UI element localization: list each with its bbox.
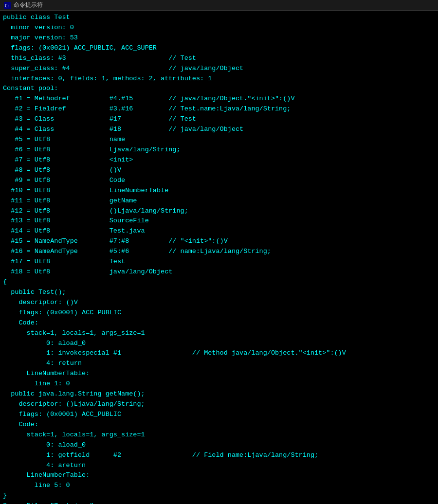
terminal-line: #11 = Utf8 getName: [3, 196, 435, 206]
terminal-line: public Test();: [3, 288, 435, 298]
terminal-line: #8 = Utf8 ()V: [3, 165, 435, 176]
terminal-line: SourceFile: "Test.java": [3, 501, 435, 504]
terminal-line: 0: aload_0: [3, 339, 435, 349]
terminal-line: line 5: 0: [3, 481, 435, 491]
terminal-line: 4: areturn: [3, 461, 435, 471]
terminal-line: #17 = Utf8 Test: [3, 257, 435, 267]
terminal-line: Code:: [3, 318, 435, 328]
cmd-icon: C:: [4, 2, 11, 9]
terminal-line: descriptor: ()V: [3, 298, 435, 308]
terminal-content: public class Test minor version: 0 major…: [0, 11, 438, 504]
terminal-line: 1: invokespecial #1 // Method java/lang/…: [3, 348, 435, 359]
title-bar: C: 命令提示符: [0, 0, 438, 11]
terminal-line: #6 = Utf8 Ljava/lang/String;: [3, 145, 435, 155]
terminal-line: flags: (0x0001) ACC_PUBLIC: [3, 308, 435, 318]
terminal-line: major version: 53: [3, 33, 435, 43]
terminal-line: public class Test: [3, 13, 435, 23]
terminal-line: stack=1, locals=1, args_size=1: [3, 430, 435, 440]
terminal-line: 1: getfield #2 // Field name:Ljava/lang/…: [3, 450, 435, 461]
title-bar-text: 命令提示符: [14, 1, 43, 9]
terminal-line: {: [3, 277, 435, 288]
terminal-line: stack=1, locals=1, args_size=1: [3, 328, 435, 339]
terminal-line: 4: return: [3, 359, 435, 369]
terminal-line: super_class: #4 // java/lang/Object: [3, 64, 435, 74]
terminal-line: flags: (0x0001) ACC_PUBLIC: [3, 410, 435, 420]
svg-text:C:: C:: [5, 3, 10, 8]
terminal-line: }: [3, 491, 435, 501]
terminal-line: public java.lang.String getName();: [3, 389, 435, 399]
terminal-line: #16 = NameAndType #5:#6 // name:Ljava/la…: [3, 247, 435, 257]
terminal-line: #13 = Utf8 SourceFile: [3, 216, 435, 226]
terminal-line: Code:: [3, 420, 435, 430]
terminal-line: #14 = Utf8 Test.java: [3, 226, 435, 236]
terminal-line: LineNumberTable:: [3, 470, 435, 481]
terminal-line: line 1: 0: [3, 379, 435, 389]
terminal-line: #9 = Utf8 Code: [3, 176, 435, 186]
terminal-line: #5 = Utf8 name: [3, 135, 435, 145]
terminal-line: #12 = Utf8 ()Ljava/lang/String;: [3, 206, 435, 216]
terminal-line: #2 = Fieldref #3.#16 // Test.name:Ljava/…: [3, 104, 435, 114]
terminal-line: #15 = NameAndType #7:#8 // "<init>":()V: [3, 236, 435, 247]
terminal-line: interfaces: 0, fields: 1, methods: 2, at…: [3, 74, 435, 84]
terminal-line: flags: (0x0021) ACC_PUBLIC, ACC_SUPER: [3, 43, 435, 54]
terminal-line: 0: aload_0: [3, 440, 435, 450]
terminal-line: #1 = Methodref #4.#15 // java/lang/Objec…: [3, 94, 435, 104]
terminal-line: #10 = Utf8 LineNumberTable: [3, 186, 435, 196]
terminal-line: #4 = Class #18 // java/lang/Object: [3, 125, 435, 135]
terminal-line: #3 = Class #17 // Test: [3, 114, 435, 125]
terminal-line: descriptor: ()Ljava/lang/String;: [3, 399, 435, 410]
terminal-line: this_class: #3 // Test: [3, 54, 435, 64]
terminal-line: minor version: 0: [3, 23, 435, 33]
terminal-line: LineNumberTable:: [3, 369, 435, 379]
terminal-line: #7 = Utf8 <init>: [3, 155, 435, 165]
terminal-line: Constant pool:: [3, 84, 435, 94]
terminal-line: #18 = Utf8 java/lang/Object: [3, 267, 435, 277]
